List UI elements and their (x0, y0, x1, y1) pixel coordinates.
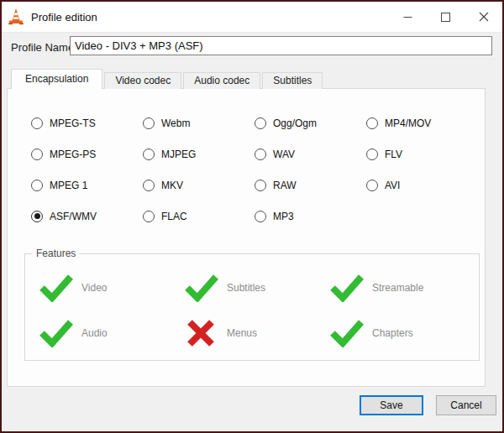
radio-avi[interactable]: AVI (366, 180, 478, 191)
radio-flac[interactable]: FLAC (143, 211, 255, 222)
radio-mpeg-1[interactable]: MPEG 1 (31, 180, 143, 191)
minimize-button[interactable] (389, 2, 427, 32)
feature-audio: Audio (39, 319, 184, 347)
radio-circle (143, 211, 155, 222)
radio-circle (143, 117, 155, 129)
radio-circle (31, 149, 43, 160)
radio-circle (143, 149, 155, 160)
minimize-icon (403, 13, 412, 22)
radio-circle (255, 180, 266, 191)
tab-audio-codec[interactable]: Audio codec (183, 72, 260, 89)
radio-circle (255, 149, 266, 160)
feature-label: Audio (81, 327, 108, 339)
tab-video-codec[interactable]: Video codec (104, 72, 181, 89)
radio-label: MPEG 1 (50, 180, 87, 191)
radio-circle (31, 117, 43, 129)
radio-raw[interactable]: RAW (255, 180, 366, 191)
maximize-icon (441, 13, 450, 22)
radio-flv[interactable]: FLV (366, 149, 478, 160)
radio-circle (255, 211, 266, 222)
check-icon (39, 274, 74, 302)
encapsulation-options: MPEG-TS Webm Ogg/Ogm MP4/MOV MPEG-PS MJP… (31, 107, 478, 232)
radio-label: AVI (385, 180, 400, 191)
radio-label: MPEG-PS (50, 149, 96, 160)
cross-icon (184, 319, 219, 347)
close-icon (479, 12, 489, 22)
radio-wav[interactable]: WAV (255, 149, 366, 160)
check-icon (39, 319, 74, 347)
tab-encapsulation[interactable]: Encapsulation (11, 69, 102, 89)
radio-label: FLV (385, 149, 402, 160)
radio-circle-selected (31, 211, 43, 222)
radio-label: MP4/MOV (385, 117, 431, 129)
save-button[interactable]: Save (360, 395, 423, 415)
feature-video: Video (39, 274, 184, 302)
radio-label: MJPEG (161, 149, 196, 160)
radio-circle (31, 180, 43, 191)
radio-label: WAV (273, 149, 295, 160)
feature-streamable: Streamable (329, 274, 475, 302)
tab-subtitles[interactable]: Subtitles (262, 72, 323, 89)
radio-label: MP3 (273, 211, 294, 222)
radio-label: ASF/WMV (50, 211, 97, 222)
check-icon (329, 319, 365, 347)
features-legend: Features (33, 248, 79, 259)
profile-name-label: Profile Name (11, 41, 74, 54)
features-groupbox: Features Video Subtitles (24, 253, 480, 361)
radio-asf-wmv[interactable]: ASF/WMV (31, 211, 143, 222)
titlebar: Profile edition (2, 2, 502, 33)
close-button[interactable] (465, 2, 502, 32)
tab-bar: Encapsulation Video codec Audio codec Su… (11, 69, 324, 89)
check-icon (329, 274, 365, 302)
dialog-button-bar: Save Cancel (360, 395, 496, 415)
feature-label: Menus (227, 327, 257, 339)
radio-mpeg-ps[interactable]: MPEG-PS (31, 149, 143, 160)
radio-mkv[interactable]: MKV (143, 180, 255, 191)
feature-menus: Menus (184, 319, 329, 347)
radio-circle (366, 117, 378, 129)
radio-label: RAW (273, 180, 297, 191)
feature-chapters: Chapters (329, 319, 475, 347)
feature-label: Subtitles (227, 282, 265, 294)
radio-circle (143, 180, 155, 191)
radio-label: FLAC (161, 211, 187, 222)
check-icon (184, 274, 219, 302)
radio-label: MPEG-TS (50, 117, 96, 129)
radio-circle (366, 180, 378, 191)
feature-label: Video (81, 282, 107, 294)
radio-mjpeg[interactable]: MJPEG (143, 149, 255, 160)
vlc-cone-icon (8, 7, 24, 27)
radio-ogg-ogm[interactable]: Ogg/Ogm (255, 117, 366, 129)
radio-label: Ogg/Ogm (273, 117, 317, 129)
feature-subtitles: Subtitles (184, 274, 329, 302)
radio-label: MKV (161, 180, 183, 191)
window-controls (389, 2, 502, 32)
radio-label: Webm (161, 117, 190, 129)
profile-name-input[interactable] (70, 36, 492, 55)
radio-webm[interactable]: Webm (143, 117, 255, 129)
feature-label: Chapters (372, 327, 413, 339)
encapsulation-tab-page: MPEG-TS Webm Ogg/Ogm MP4/MOV MPEG-PS MJP… (7, 88, 486, 387)
window-title: Profile edition (31, 11, 97, 23)
radio-circle (255, 117, 266, 129)
profile-edition-dialog: Profile edition Profile Name (0, 0, 504, 433)
radio-circle (366, 149, 378, 160)
radio-mp4-mov[interactable]: MP4/MOV (366, 117, 478, 129)
cancel-button[interactable]: Cancel (436, 395, 496, 415)
radio-mp3[interactable]: MP3 (255, 211, 366, 222)
features-grid: Video Subtitles Streamable (39, 265, 475, 356)
maximize-button[interactable] (427, 2, 465, 32)
radio-mpeg-ts[interactable]: MPEG-TS (31, 117, 143, 129)
feature-label: Streamable (372, 282, 423, 294)
